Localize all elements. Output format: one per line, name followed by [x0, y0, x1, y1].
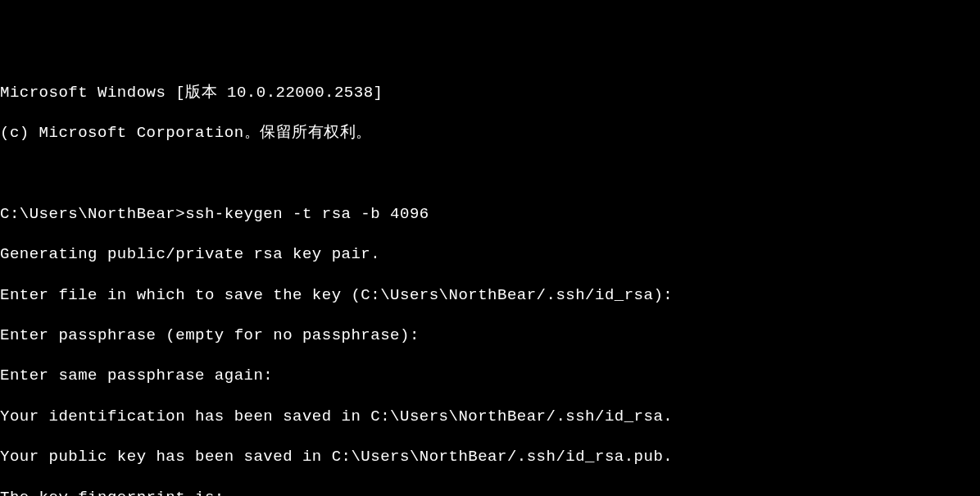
- identification-saved-line: Your identification has been saved in C:…: [0, 407, 980, 427]
- command-line[interactable]: C:\Users\NorthBear>ssh-keygen -t rsa -b …: [0, 204, 980, 225]
- enter-file-line: Enter file in which to save the key (C:\…: [0, 285, 980, 306]
- prompt: C:\Users\NorthBear>: [0, 205, 185, 223]
- enter-passphrase-line: Enter passphrase (empty for no passphras…: [0, 325, 980, 346]
- enter-same-line: Enter same passphrase again:: [0, 366, 980, 386]
- generating-line: Generating public/private rsa key pair.: [0, 244, 980, 265]
- copyright-line: (c) Microsoft Corporation。保留所有权利。: [0, 123, 980, 143]
- windows-version-line: Microsoft Windows [版本 10.0.22000.2538]: [0, 83, 980, 103]
- fingerprint-label-line: The key fingerprint is:: [0, 488, 980, 497]
- command-text: ssh-keygen -t rsa -b 4096: [185, 205, 429, 223]
- blank-line: [0, 164, 980, 184]
- public-saved-line: Your public key has been saved in C:\Use…: [0, 447, 980, 467]
